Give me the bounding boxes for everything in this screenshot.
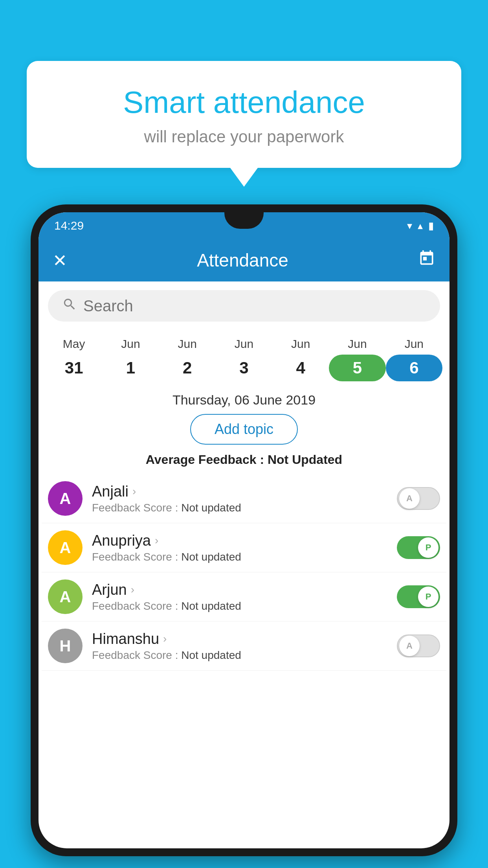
month-row: May Jun Jun Jun Jun Jun Jun xyxy=(42,335,446,353)
avatar-anupriya: A xyxy=(48,530,83,565)
wifi-icon: ▾ xyxy=(407,220,412,232)
student-info-anjali: Anjali › Feedback Score : Not updated xyxy=(92,483,397,514)
date-2[interactable]: 2 xyxy=(159,355,216,381)
student-item-arjun[interactable]: A Arjun › Feedback Score : Not updated P xyxy=(42,572,446,622)
calendar-icon[interactable] xyxy=(418,250,435,271)
status-bar: 14:29 ▾ ▴ ▮ xyxy=(39,212,449,239)
month-jun-4: Jun xyxy=(272,335,329,353)
toggle-switch-anjali[interactable]: A xyxy=(397,487,440,510)
student-info-arjun: Arjun › Feedback Score : Not updated xyxy=(92,581,397,612)
student-name-anupriya: Anupriya › xyxy=(92,532,397,549)
avg-feedback-value: Not Updated xyxy=(268,452,342,467)
month-jun-6: Jun xyxy=(386,335,442,353)
toggle-switch-himanshu[interactable]: A xyxy=(397,634,440,657)
date-31[interactable]: 31 xyxy=(46,355,102,381)
notch xyxy=(224,212,264,229)
student-info-himanshu: Himanshu › Feedback Score : Not updated xyxy=(92,631,397,662)
status-icons: ▾ ▴ ▮ xyxy=(407,220,434,232)
toggle-anjali[interactable]: A xyxy=(397,487,440,510)
month-may: May xyxy=(46,335,102,353)
bubble-subtitle: will replace your paperwork xyxy=(46,127,442,146)
toggle-knob-anjali: A xyxy=(399,488,420,509)
chevron-arjun: › xyxy=(131,583,134,596)
avatar-himanshu: H xyxy=(48,629,83,663)
student-feedback-anupriya: Feedback Score : Not updated xyxy=(92,551,397,563)
toggle-anupriya[interactable]: P xyxy=(397,536,440,559)
toggle-switch-anupriya[interactable]: P xyxy=(397,536,440,559)
close-icon[interactable]: ✕ xyxy=(53,250,67,270)
toggle-knob-himanshu: A xyxy=(399,636,420,656)
average-feedback: Average Feedback : Not Updated xyxy=(39,452,449,467)
month-jun-5: Jun xyxy=(329,335,385,353)
search-input[interactable] xyxy=(83,297,426,315)
month-jun-2: Jun xyxy=(159,335,216,353)
status-time: 14:29 xyxy=(54,219,84,232)
chevron-himanshu: › xyxy=(163,633,167,645)
avatar-anjali: A xyxy=(48,481,83,516)
student-name-himanshu: Himanshu › xyxy=(92,631,397,647)
speech-bubble: Smart attendance will replace your paper… xyxy=(27,61,461,168)
avg-feedback-label: Average Feedback : xyxy=(146,452,268,467)
app-bar-title: Attendance xyxy=(75,250,410,271)
student-feedback-anjali: Feedback Score : Not updated xyxy=(92,502,397,514)
bubble-title: Smart attendance xyxy=(46,85,442,120)
battery-icon: ▮ xyxy=(428,220,434,232)
selected-date-label: Thursday, 06 June 2019 xyxy=(39,388,449,414)
toggle-arjun[interactable]: P xyxy=(397,585,440,608)
date-3[interactable]: 3 xyxy=(216,355,272,381)
toggle-switch-arjun[interactable]: P xyxy=(397,585,440,608)
student-item-anupriya[interactable]: A Anupriya › Feedback Score : Not update… xyxy=(42,523,446,572)
chevron-anupriya: › xyxy=(155,534,158,547)
phone-frame: 14:29 ▾ ▴ ▮ ✕ Attendance xyxy=(31,204,457,856)
student-info-anupriya: Anupriya › Feedback Score : Not updated xyxy=(92,532,397,563)
signal-icon: ▴ xyxy=(418,220,423,232)
avatar-arjun: A xyxy=(48,579,83,614)
student-name-anjali: Anjali › xyxy=(92,483,397,500)
student-item-himanshu[interactable]: H Himanshu › Feedback Score : Not update… xyxy=(42,622,446,671)
student-name-arjun: Arjun › xyxy=(92,581,397,598)
search-bar[interactable] xyxy=(48,290,440,322)
calendar-strip: May Jun Jun Jun Jun Jun Jun 31 1 2 3 4 5… xyxy=(39,330,449,388)
student-feedback-himanshu: Feedback Score : Not updated xyxy=(92,649,397,662)
student-list: A Anjali › Feedback Score : Not updated … xyxy=(39,474,449,671)
student-feedback-arjun: Feedback Score : Not updated xyxy=(92,600,397,612)
date-6-selected[interactable]: 6 xyxy=(386,355,442,381)
toggle-himanshu[interactable]: A xyxy=(397,634,440,657)
phone-screen: 14:29 ▾ ▴ ▮ ✕ Attendance xyxy=(39,212,449,848)
date-row: 31 1 2 3 4 5 6 xyxy=(42,353,446,385)
toggle-knob-anupriya: P xyxy=(418,537,438,558)
toggle-knob-arjun: P xyxy=(418,587,438,607)
add-topic-button[interactable]: Add topic xyxy=(190,414,298,445)
date-4[interactable]: 4 xyxy=(272,355,329,381)
date-1[interactable]: 1 xyxy=(102,355,159,381)
month-jun-1: Jun xyxy=(102,335,159,353)
search-icon xyxy=(62,297,77,315)
app-bar: ✕ Attendance xyxy=(39,239,449,281)
chevron-anjali: › xyxy=(132,485,136,498)
month-jun-3: Jun xyxy=(216,335,272,353)
date-5-today[interactable]: 5 xyxy=(329,355,385,381)
student-item-anjali[interactable]: A Anjali › Feedback Score : Not updated … xyxy=(42,474,446,523)
